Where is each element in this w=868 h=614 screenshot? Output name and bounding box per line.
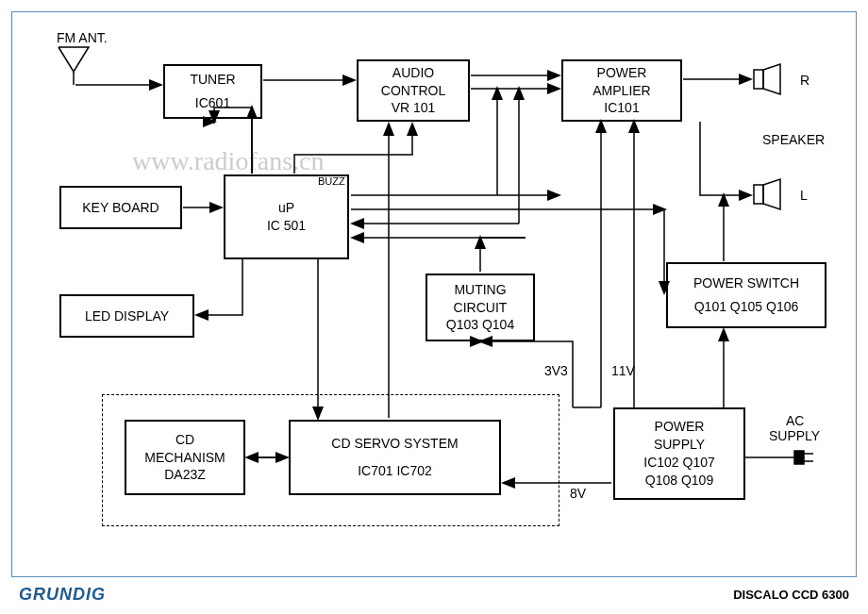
svg-rect-6 <box>794 451 804 464</box>
cd-servo-block: CD SERVO SYSTEM IC701 IC702 <box>289 420 501 495</box>
keyboard-label: KEY BOARD <box>82 199 159 217</box>
up-ic: IC 501 <box>267 217 306 235</box>
v3v3-label: 3V3 <box>544 363 568 378</box>
v8-label: 8V <box>570 486 586 501</box>
audio-control-title1: AUDIO <box>392 64 434 82</box>
muting-block: MUTING CIRCUIT Q103 Q104 <box>426 274 535 341</box>
cd-mechanism-block: CD MECHANISM DA23Z <box>125 420 245 495</box>
power-switch-block: POWER SWITCH Q101 Q105 Q106 <box>666 262 826 328</box>
antenna-icon <box>57 45 94 88</box>
fm-ant-label: FM ANT. <box>57 30 108 45</box>
keyboard-block: KEY BOARD <box>59 186 182 229</box>
brand-logo: GRUNDIG <box>19 585 106 605</box>
model-label: DISCALO CCD 6300 <box>733 588 849 602</box>
led-display-label: LED DISPLAY <box>85 307 169 325</box>
audio-control-block: AUDIO CONTROL VR 101 <box>357 59 470 122</box>
ac-plug-icon <box>783 445 821 470</box>
power-amp-block: POWER AMPLIER IC101 <box>561 59 682 122</box>
cd-servo-ic: IC701 IC702 <box>358 462 432 480</box>
ac-label-2: SUPPLY <box>769 428 820 443</box>
power-switch-title: POWER SWITCH <box>693 274 799 292</box>
audio-control-vr: VR 101 <box>392 99 436 117</box>
cd-servo-title: CD SERVO SYSTEM <box>331 435 458 453</box>
muting-title2: CIRCUIT <box>454 299 508 317</box>
speaker-r-label: R <box>800 73 810 88</box>
speaker-l-label: L <box>800 188 808 203</box>
speaker-l-icon <box>752 177 790 211</box>
tuner-ic: IC601 <box>195 94 230 112</box>
power-amp-title2: AMPLIER <box>593 82 650 100</box>
power-supply-ic2: Q108 Q109 <box>645 472 713 490</box>
power-switch-q: Q101 Q105 Q106 <box>694 298 799 316</box>
speaker-text: SPEAKER <box>762 132 825 147</box>
power-supply-title2: SUPPLY <box>654 436 705 454</box>
power-supply-block: POWER SUPPLY IC102 Q107 Q108 Q109 <box>613 407 745 500</box>
power-supply-title1: POWER <box>655 418 705 436</box>
tuner-title: TUNER <box>190 71 235 89</box>
cd-mech-title2: MECHANISM <box>144 449 225 467</box>
v11-label: 11V <box>611 363 635 378</box>
speaker-r-icon <box>752 62 790 96</box>
muting-title1: MUTING <box>454 281 506 299</box>
svg-rect-3 <box>754 185 763 204</box>
svg-rect-1 <box>754 70 763 89</box>
led-display-block: LED DISPLAY <box>59 294 194 338</box>
cd-mech-model: DA23Z <box>164 466 206 484</box>
power-amp-title1: POWER <box>597 64 647 82</box>
footer: GRUNDIG DISCALO CCD 6300 <box>11 581 857 607</box>
audio-control-title2: CONTROL <box>381 82 445 100</box>
svg-marker-2 <box>763 64 780 94</box>
svg-marker-4 <box>763 179 780 209</box>
buzz-label: BUZZ <box>318 175 345 187</box>
muting-q: Q103 Q104 <box>446 316 514 334</box>
power-supply-ic1: IC102 Q107 <box>643 454 715 472</box>
up-block: uP IC 501 <box>224 174 349 259</box>
up-title: uP <box>278 199 294 217</box>
cd-mech-title1: CD <box>175 431 194 449</box>
ac-label-1: AC <box>786 413 804 428</box>
tuner-block: TUNER IC601 <box>163 64 262 119</box>
power-amp-ic: IC101 <box>604 99 639 117</box>
